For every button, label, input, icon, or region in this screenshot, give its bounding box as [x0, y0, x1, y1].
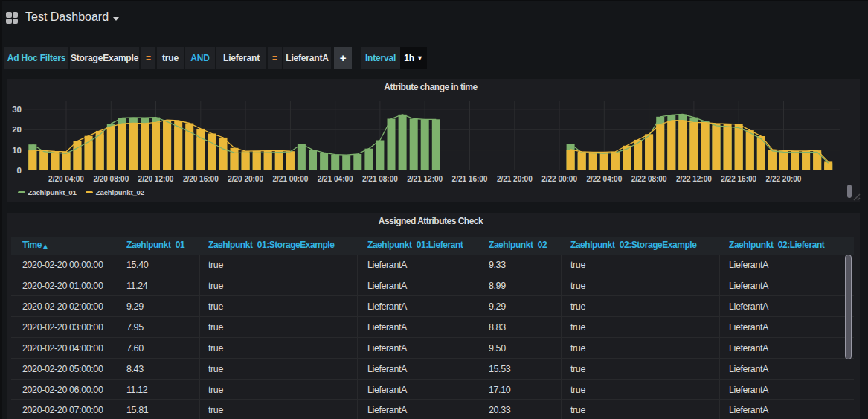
svg-text:2/20 04:00: 2/20 04:00 — [48, 175, 84, 183]
svg-text:2/22 04:00: 2/22 04:00 — [586, 175, 622, 183]
svg-text:2/22 00:00: 2/22 00:00 — [541, 175, 577, 183]
svg-text:2/20 08:00: 2/20 08:00 — [93, 175, 129, 183]
svg-text:2/20 12:00: 2/20 12:00 — [138, 175, 174, 183]
svg-text:0: 0 — [17, 166, 22, 175]
svg-text:2/21 20:00: 2/21 20:00 — [497, 175, 533, 183]
svg-text:2/21 08:00: 2/21 08:00 — [362, 175, 398, 183]
svg-text:2/21 04:00: 2/21 04:00 — [318, 175, 353, 183]
svg-text:20: 20 — [12, 125, 22, 134]
svg-text:30: 30 — [12, 105, 22, 114]
svg-text:2/20 20:00: 2/20 20:00 — [228, 175, 263, 183]
svg-text:2/21 00:00: 2/21 00:00 — [272, 175, 308, 183]
svg-text:2/22 16:00: 2/22 16:00 — [721, 175, 756, 183]
svg-text:2/21 12:00: 2/21 12:00 — [407, 175, 443, 183]
svg-text:2/21 16:00: 2/21 16:00 — [452, 175, 488, 183]
svg-text:2/20 16:00: 2/20 16:00 — [183, 175, 219, 183]
svg-text:2/22 20:00: 2/22 20:00 — [766, 175, 802, 183]
svg-text:2/22 12:00: 2/22 12:00 — [676, 175, 712, 183]
svg-text:2/22 08:00: 2/22 08:00 — [631, 175, 667, 183]
svg-text:10: 10 — [12, 146, 22, 155]
